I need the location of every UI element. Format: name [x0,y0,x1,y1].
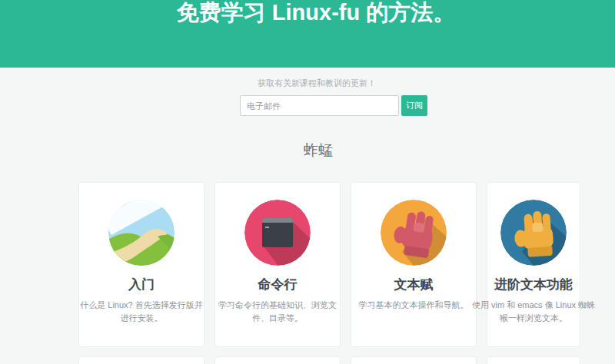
subscribe-button[interactable]: 订阅 [401,95,427,116]
course-card-partial[interactable] [487,357,580,364]
course-card-partial[interactable] [79,357,204,364]
course-card-getting-started[interactable]: 入门 什么是 Linux? 首先选择发行版并进行安装。 [79,183,204,346]
hand-icon [500,200,567,266]
card-title: 命令行 [208,276,347,293]
course-card-advanced-text-fu[interactable]: 进阶文本功能 使用 vim 和 emacs 像 Linux 蜘蛛猴一样浏览文本。 [487,183,580,346]
course-card-text-fu[interactable]: 文本赋 学习基本的文本操作和导航。 [351,183,476,346]
card-title: 入门 [72,276,211,293]
section-title: 蚱蜢 [0,141,615,160]
course-card-partial[interactable] [351,357,476,364]
card-title: 文本赋 [344,276,483,293]
card-description: 学习基本的文本操作和导航。 [348,299,479,312]
terminal-icon [244,200,311,266]
email-input[interactable] [240,95,399,116]
subscribe-form: 订阅 [240,95,427,116]
landscape-icon [108,200,175,266]
subscribe-prompt: 获取有关新课程和教训的更新！ [0,78,615,89]
card-title: 进阶文本功能 [464,276,603,293]
page-title: 免费学习 Linux-fu 的方法。 [0,0,615,25]
hero-banner: 免费学习 Linux-fu 的方法。 [0,0,615,68]
course-card-partial[interactable] [215,357,340,364]
fist-icon [381,200,447,266]
card-description: 学习命令行的基础知识、浏览文件、目录等。 [212,299,343,324]
card-description: 什么是 Linux? 首先选择发行版并进行安装。 [76,299,207,324]
course-card-command-line[interactable]: 命令行 学习命令行的基础知识、浏览文件、目录等。 [215,183,340,346]
card-description: 使用 vim 和 emacs 像 Linux 蜘蛛猴一样浏览文本。 [468,299,599,324]
